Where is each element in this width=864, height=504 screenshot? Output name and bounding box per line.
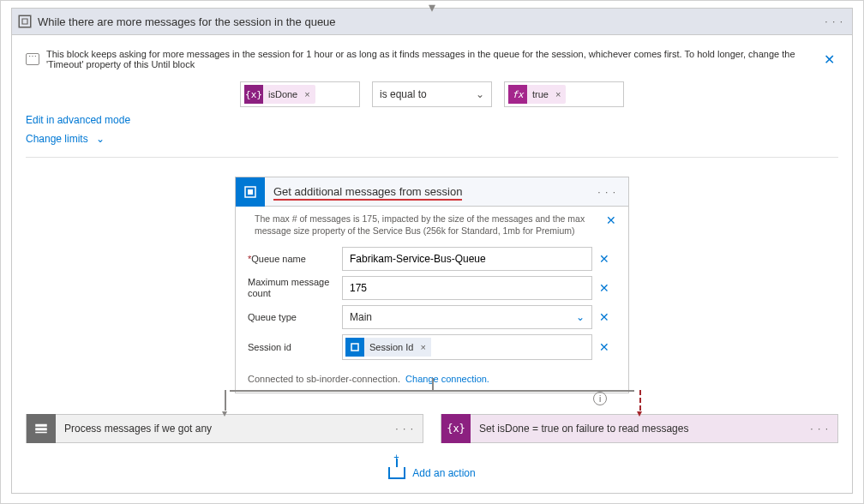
condition-operator-text: is equal to <box>380 88 427 100</box>
svg-rect-6 <box>35 432 47 434</box>
arrow-down-icon: ▾ <box>222 407 227 419</box>
queue-name-input[interactable] <box>342 247 592 271</box>
service-bus-icon <box>236 177 265 207</box>
get-messages-hint-close-button[interactable]: ✕ <box>606 213 616 227</box>
until-hint-row: This block keeps asking for more message… <box>26 44 838 78</box>
until-loop-title: While there are more messages for the se… <box>38 15 816 28</box>
remove-right-token-button[interactable]: × <box>554 89 566 99</box>
condition-left-token: isDone <box>263 89 303 99</box>
info-icon[interactable]: i <box>593 392 607 405</box>
queue-type-value: Main <box>350 311 372 323</box>
change-limits-link[interactable]: Change limits ⌄ <box>26 133 105 145</box>
chevron-down-icon: ⌄ <box>476 88 484 100</box>
loop-icon <box>12 9 38 34</box>
session-id-clear-button[interactable]: ✕ <box>592 340 616 354</box>
condition-operator-select[interactable]: is equal to ⌄ <box>372 81 492 107</box>
condition-left-operand[interactable]: {x} isDone × <box>240 81 360 107</box>
process-messages-menu-button[interactable]: · · · <box>387 423 423 435</box>
svg-rect-4 <box>35 424 47 427</box>
process-messages-title: Process messages if we got any <box>56 423 387 435</box>
until-hint-text: This block keeps asking for more message… <box>46 49 813 69</box>
incoming-arrow: ▾ <box>429 0 435 15</box>
session-id-label: Session id <box>248 342 333 353</box>
service-bus-small-icon <box>345 338 364 357</box>
get-messages-header[interactable]: Get additional messages from session · ·… <box>236 177 628 207</box>
set-isdone-title: Set isDone = true on failure to read mes… <box>471 423 801 435</box>
svg-rect-0 <box>19 15 31 27</box>
get-messages-title: Get additional messages from session <box>265 185 589 198</box>
condition-right-token: true <box>527 89 554 99</box>
queue-name-label: *Queue name <box>248 254 333 265</box>
add-action-label: Add an action <box>412 467 475 479</box>
remove-session-token-button[interactable]: × <box>418 342 430 352</box>
get-messages-menu-button[interactable]: · · · <box>589 186 625 198</box>
queue-name-clear-button[interactable]: ✕ <box>592 252 616 266</box>
until-condition: {x} isDone × is equal to ⌄ fx true × <box>26 81 838 107</box>
max-count-clear-button[interactable]: ✕ <box>592 281 616 295</box>
arrow-down-fail-icon: ▾ <box>637 407 642 419</box>
get-messages-hint: The max # of messages is 175, impacted b… <box>255 213 599 237</box>
variable-token-icon: {x} <box>244 85 263 104</box>
session-id-input[interactable]: Session Id × <box>342 334 592 360</box>
svg-rect-3 <box>351 344 358 351</box>
session-id-token: Session Id <box>364 342 418 352</box>
remove-left-token-button[interactable]: × <box>303 89 315 99</box>
chevron-down-icon: ⌄ <box>96 133 105 145</box>
expression-token-icon: fx <box>508 85 527 104</box>
queue-type-select[interactable]: Main ⌄ <box>342 305 592 329</box>
queue-type-label: Queue type <box>248 312 333 323</box>
chevron-down-icon: ⌄ <box>576 311 585 323</box>
queue-type-clear-button[interactable]: ✕ <box>592 310 616 324</box>
change-limits-text: Change limits <box>26 133 88 145</box>
max-count-input[interactable] <box>342 276 592 300</box>
add-action-button[interactable]: Add an action <box>26 467 838 479</box>
variable-icon: {x} <box>441 414 471 443</box>
svg-rect-2 <box>248 189 253 195</box>
comment-icon <box>26 53 39 65</box>
change-connection-link[interactable]: Change connection. <box>405 374 489 384</box>
set-isdone-menu-button[interactable]: · · · <box>801 423 837 435</box>
svg-rect-5 <box>35 429 47 431</box>
scope-icon <box>27 414 56 443</box>
until-hint-close-button[interactable]: ✕ <box>820 51 838 68</box>
max-count-label: Maximum message count <box>248 277 333 299</box>
add-step-icon <box>388 467 405 479</box>
until-menu-button[interactable]: · · · <box>816 15 852 27</box>
condition-right-operand[interactable]: fx true × <box>504 81 624 107</box>
get-messages-action-card: Get additional messages from session · ·… <box>235 177 629 393</box>
edit-advanced-link[interactable]: Edit in advanced mode <box>26 114 130 126</box>
